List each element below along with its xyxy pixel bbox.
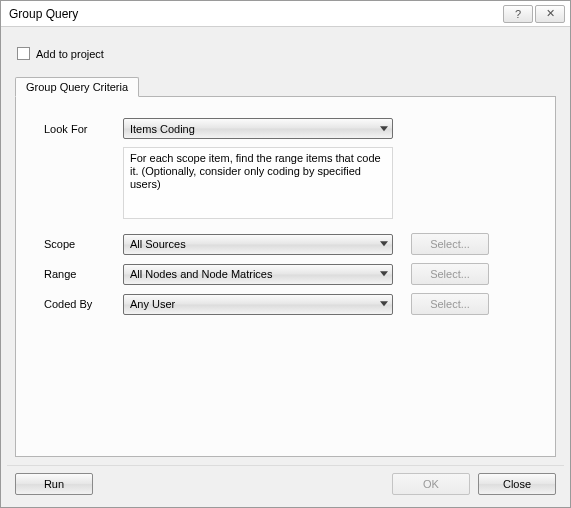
add-to-project-label: Add to project bbox=[36, 48, 104, 60]
coded-by-label: Coded By bbox=[28, 298, 123, 310]
tab-area: Group Query Criteria Look For Items Codi… bbox=[15, 77, 556, 457]
help-button[interactable]: ? bbox=[503, 5, 533, 23]
look-for-value: Items Coding bbox=[130, 123, 195, 135]
run-label: Run bbox=[44, 478, 64, 490]
add-to-project-row: Add to project bbox=[7, 33, 564, 70]
scope-row: Scope All Sources Select... bbox=[28, 233, 543, 255]
look-for-label: Look For bbox=[28, 123, 123, 135]
range-label: Range bbox=[28, 268, 123, 280]
dialog-footer: Run OK Close bbox=[7, 465, 564, 501]
coded-by-combo[interactable]: Any User bbox=[123, 294, 393, 315]
close-button[interactable]: Close bbox=[478, 473, 556, 495]
chevron-down-icon bbox=[380, 301, 388, 306]
coded-by-select-button: Select... bbox=[411, 293, 489, 315]
tab-label: Group Query Criteria bbox=[26, 81, 128, 93]
dialog-body: Add to project Group Query Criteria Look… bbox=[7, 33, 564, 461]
tab-group-query-criteria[interactable]: Group Query Criteria bbox=[15, 77, 139, 97]
titlebar: Group Query ? ✕ bbox=[1, 1, 570, 27]
chevron-down-icon bbox=[380, 126, 388, 131]
dialog-title: Group Query bbox=[9, 7, 501, 21]
look-for-combo[interactable]: Items Coding bbox=[123, 118, 393, 139]
dialog-group-query: Group Query ? ✕ Add to project Group Que… bbox=[0, 0, 571, 508]
ok-button: OK bbox=[392, 473, 470, 495]
range-value: All Nodes and Node Matrices bbox=[130, 268, 272, 280]
scope-label: Scope bbox=[28, 238, 123, 250]
scope-select-button: Select... bbox=[411, 233, 489, 255]
look-for-row: Look For Items Coding bbox=[28, 118, 543, 139]
range-combo[interactable]: All Nodes and Node Matrices bbox=[123, 264, 393, 285]
help-icon: ? bbox=[515, 8, 521, 20]
close-window-button[interactable]: ✕ bbox=[535, 5, 565, 23]
coded-by-value: Any User bbox=[130, 298, 175, 310]
scope-combo[interactable]: All Sources bbox=[123, 234, 393, 255]
close-label: Close bbox=[503, 478, 531, 490]
coded-by-row: Coded By Any User Select... bbox=[28, 293, 543, 315]
chevron-down-icon bbox=[380, 271, 388, 276]
tab-strip: Group Query Criteria bbox=[15, 77, 556, 97]
range-row: Range All Nodes and Node Matrices Select… bbox=[28, 263, 543, 285]
close-icon: ✕ bbox=[546, 7, 555, 20]
scope-value: All Sources bbox=[130, 238, 186, 250]
tab-page: Look For Items Coding For each scope ite… bbox=[15, 96, 556, 457]
chevron-down-icon bbox=[380, 241, 388, 246]
run-button[interactable]: Run bbox=[15, 473, 93, 495]
select-label: Select... bbox=[430, 238, 470, 250]
description-box: For each scope item, find the range item… bbox=[123, 147, 393, 219]
select-label: Select... bbox=[430, 268, 470, 280]
range-select-button: Select... bbox=[411, 263, 489, 285]
select-label: Select... bbox=[430, 298, 470, 310]
ok-label: OK bbox=[423, 478, 439, 490]
add-to-project-checkbox[interactable] bbox=[17, 47, 30, 60]
